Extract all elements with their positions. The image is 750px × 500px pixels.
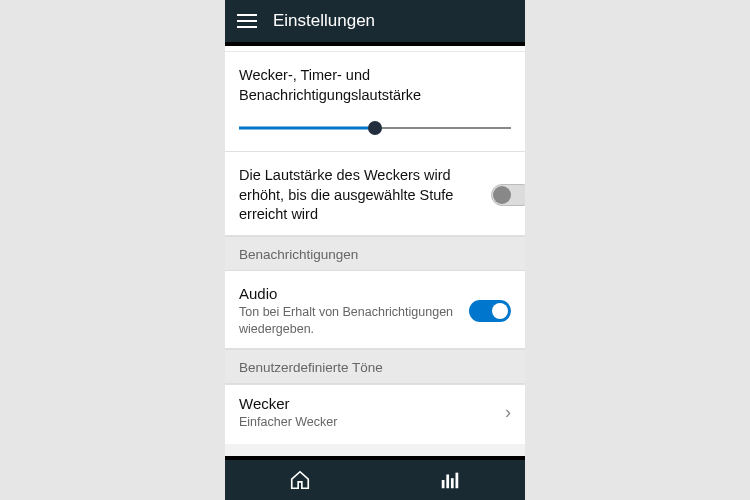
ascending-alarm-label: Die Lautstärke des Weckers wird erhöht, … xyxy=(239,166,485,225)
audio-subtitle: Ton bei Erhalt von Benachrichtigungen wi… xyxy=(239,304,463,338)
ascending-alarm-toggle[interactable] xyxy=(491,184,525,206)
home-icon xyxy=(289,469,311,491)
app-header: Einstellungen xyxy=(225,0,525,46)
settings-content: Wecker-, Timer- und Benachrichtigungslau… xyxy=(225,46,525,456)
menu-icon[interactable] xyxy=(237,14,257,28)
svg-rect-1 xyxy=(446,475,449,489)
slider-fill xyxy=(239,127,375,130)
volume-label: Wecker-, Timer- und Benachrichtigungslau… xyxy=(239,66,511,105)
alarm-sound-row[interactable]: Wecker Einfacher Wecker › xyxy=(225,384,525,445)
svg-rect-0 xyxy=(442,480,445,488)
equalizer-icon xyxy=(439,469,461,491)
phone-frame: Einstellungen Wecker-, Timer- und Benach… xyxy=(225,0,525,500)
equalizer-tab[interactable] xyxy=(439,469,461,491)
svg-rect-3 xyxy=(456,473,459,489)
volume-slider[interactable] xyxy=(239,115,511,141)
slider-thumb[interactable] xyxy=(368,121,382,135)
svg-rect-2 xyxy=(451,478,454,488)
custom-sounds-section-header: Benutzerdefinierte Töne xyxy=(225,349,525,384)
ascending-alarm-row: Die Lautstärke des Weckers wird erhöht, … xyxy=(225,152,525,236)
audio-toggle[interactable] xyxy=(469,300,511,322)
audio-row: Audio Ton bei Erhalt von Benachrichtigun… xyxy=(225,271,525,349)
chevron-right-icon: › xyxy=(505,402,511,423)
page-title: Einstellungen xyxy=(273,11,375,31)
home-tab[interactable] xyxy=(289,469,311,491)
toggle-knob xyxy=(493,186,511,204)
toggle-knob xyxy=(492,303,508,319)
notifications-section-header: Benachrichtigungen xyxy=(225,236,525,271)
alarm-sound-title: Wecker xyxy=(239,395,505,412)
bottom-tab-bar xyxy=(225,456,525,500)
volume-row: Wecker-, Timer- und Benachrichtigungslau… xyxy=(225,52,525,152)
audio-title: Audio xyxy=(239,285,463,302)
alarm-sound-subtitle: Einfacher Wecker xyxy=(239,414,505,431)
